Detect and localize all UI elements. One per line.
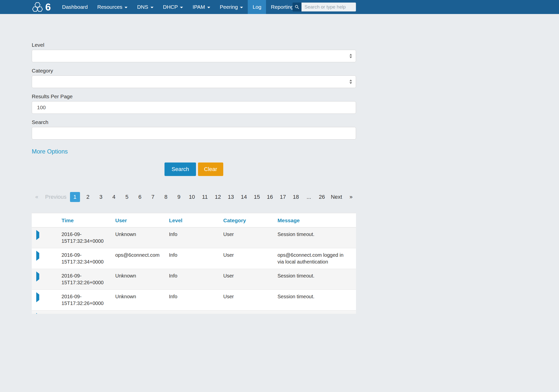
category-label: Category — [32, 68, 356, 74]
cell-category: User — [223, 228, 278, 248]
nav-item-peering[interactable]: Peering — [215, 0, 248, 14]
page-8[interactable]: 8 — [161, 192, 171, 202]
table-row: 2016-09-15T17:32:26+0000 Unknown Info Us… — [32, 290, 356, 310]
select-stepper-icon — [350, 54, 352, 58]
6connect-logo[interactable]: 6 — [0, 0, 57, 14]
column-header-category[interactable]: Category — [223, 213, 278, 227]
column-header-user[interactable]: User — [115, 213, 169, 227]
column-header-expander — [32, 213, 62, 227]
page-6[interactable]: 6 — [135, 192, 145, 202]
page-4[interactable]: 4 — [109, 192, 119, 202]
cell-message: ops@6connect.com logged in via local aut… — [278, 248, 356, 269]
nav-item-ipam[interactable]: IPAM — [188, 0, 215, 14]
nav-item-label: DHCP — [163, 4, 178, 10]
cell-category: User — [223, 269, 278, 290]
page-ellipsis[interactable]: ... — [304, 192, 314, 202]
column-header-level[interactable]: Level — [169, 213, 223, 227]
page-7[interactable]: 7 — [148, 192, 158, 202]
navbar-search — [292, 2, 356, 12]
caret-down-icon — [240, 7, 243, 8]
cell-category: User — [223, 248, 278, 269]
page-1[interactable]: 1 — [70, 192, 80, 202]
page-15[interactable]: 15 — [252, 192, 262, 202]
nav-item-label: IPAM — [192, 4, 205, 10]
caret-down-icon — [207, 7, 210, 8]
more-options-link[interactable]: More Options — [32, 148, 68, 155]
page-26[interactable]: 26 — [317, 192, 327, 202]
nav-item-dns[interactable]: DNS — [132, 0, 158, 14]
cell-user: Unknown — [115, 269, 169, 290]
caret-down-icon — [124, 7, 128, 8]
page-11[interactable]: 11 — [200, 192, 210, 202]
expand-row-icon[interactable] — [36, 251, 39, 261]
table-row: 2016-09-15T17:32:26+0000 Unknown Info Us… — [32, 269, 356, 290]
table-header-row: TimeUserLevelCategoryMessage — [32, 213, 356, 228]
next-button[interactable]: Next — [330, 192, 343, 202]
expand-row-icon[interactable] — [36, 313, 39, 314]
column-header-message[interactable]: Message — [278, 213, 356, 227]
log-search-input[interactable] — [32, 127, 356, 140]
table-body: 2016-09-15T17:32:34+0000 Unknown Info Us… — [32, 228, 356, 310]
cell-level: Info — [169, 248, 223, 269]
page-number-list: 123456789101112131415161718...26 — [70, 192, 327, 202]
expander-cell — [32, 290, 62, 310]
previous-button[interactable]: Previous — [45, 192, 67, 202]
cell-level: Info — [169, 269, 223, 290]
level-select[interactable] — [32, 50, 356, 62]
expander-cell — [32, 248, 62, 269]
cell-level: Info — [169, 290, 223, 310]
cell-time: 2016-09-15T17:32:26+0000 — [62, 269, 115, 290]
logo-six-text: 6 — [45, 2, 51, 12]
expand-row-icon[interactable] — [36, 292, 39, 302]
page-17[interactable]: 17 — [278, 192, 288, 202]
table-row: 2016-09-15T17:32:34+0000 Unknown Info Us… — [32, 228, 356, 248]
top-navbar: 6 Dashboard Resources DNS DHCP IPAM Peer… — [0, 0, 559, 14]
page-14[interactable]: 14 — [239, 192, 249, 202]
cell-user: Unknown — [115, 290, 169, 310]
page-10[interactable]: 10 — [187, 192, 197, 202]
expand-row-icon[interactable] — [36, 230, 39, 240]
search-label: Search — [32, 119, 356, 125]
nav-item-label: Dashboard — [62, 4, 88, 10]
next-arrow-icon[interactable]: » — [346, 192, 356, 202]
page-2[interactable]: 2 — [83, 192, 93, 202]
expander-cell — [32, 310, 62, 314]
cell-time: 2016-09-15T17:32:34+0000 — [62, 228, 115, 248]
expander-cell — [32, 228, 62, 248]
nav-item-label: Resources — [97, 4, 122, 10]
column-header-time[interactable]: Time — [62, 213, 115, 227]
page-9[interactable]: 9 — [174, 192, 184, 202]
nav-item-log[interactable]: Log — [248, 0, 266, 14]
caret-down-icon — [150, 7, 154, 8]
page-18[interactable]: 18 — [291, 192, 301, 202]
nav-item-dhcp[interactable]: DHCP — [158, 0, 188, 14]
nav-item-label: DNS — [137, 4, 148, 10]
filter-buttons: Search Clear — [32, 162, 356, 176]
pagination: « Previous 123456789101112131415161718..… — [32, 192, 356, 202]
select-stepper-icon — [350, 80, 352, 84]
search-button[interactable]: Search — [164, 162, 196, 176]
previous-arrow-icon[interactable]: « — [32, 192, 42, 202]
log-page-content: Level Category Results Per Page Search M… — [32, 14, 356, 314]
level-label: Level — [32, 42, 356, 48]
nav-item-dashboard[interactable]: Dashboard — [57, 0, 92, 14]
cell-message: Session timeout. — [278, 269, 356, 290]
results-per-page-input[interactable] — [32, 101, 356, 114]
page-5[interactable]: 5 — [122, 192, 132, 202]
clear-button[interactable]: Clear — [198, 162, 223, 176]
nav-item-label: Peering — [220, 4, 238, 10]
search-chip[interactable] — [292, 2, 302, 12]
category-select[interactable] — [32, 76, 356, 88]
nav-menu: Dashboard Resources DNS DHCP IPAM Peerin… — [57, 0, 298, 14]
page-3[interactable]: 3 — [96, 192, 106, 202]
log-table: TimeUserLevelCategoryMessage 2016-09-15T… — [32, 213, 356, 314]
global-search-input[interactable] — [302, 2, 356, 12]
expand-row-icon[interactable] — [36, 272, 39, 282]
cell-user: Unknown — [115, 228, 169, 248]
page-12[interactable]: 12 — [213, 192, 223, 202]
nav-item-resources[interactable]: Resources — [92, 0, 132, 14]
cell-category: User — [223, 290, 278, 310]
page-13[interactable]: 13 — [226, 192, 236, 202]
page-16[interactable]: 16 — [265, 192, 275, 202]
cell-level: Info — [169, 228, 223, 248]
